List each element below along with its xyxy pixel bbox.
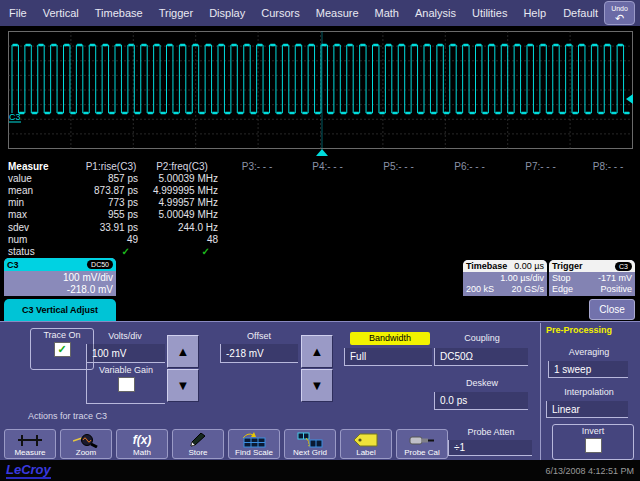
variable-gain-checkbox[interactable] — [118, 377, 135, 392]
measure-col-header-p1[interactable]: P1:rise(C3) — [80, 161, 142, 172]
channel-volts: 100 mV/div — [7, 272, 113, 284]
measure-mean-p2: 4.999995 MHz — [142, 185, 222, 196]
menu-item-vertical[interactable]: Vertical — [38, 7, 84, 19]
measure-sdev-p1: 33.91 ps — [80, 222, 142, 233]
measure-min-p2: 4.99957 MHz — [142, 197, 222, 208]
probe-cal-button[interactable]: Probe Cal — [396, 429, 448, 459]
channel-c3-descriptor[interactable]: C3 DC50 100 mV/div -218.0 mV — [4, 258, 116, 296]
undo-label: Undo — [611, 5, 628, 12]
probe-atten-label: Probe Atten — [448, 427, 534, 437]
bandwidth-field[interactable]: Full — [344, 348, 432, 366]
trigger-time-marker[interactable] — [316, 149, 328, 156]
timebase-delay: 0.00 µs — [514, 261, 544, 271]
trace-on-checkbox[interactable]: ✓ — [54, 342, 71, 357]
measure-mean-p1: 873.87 ps — [80, 185, 142, 196]
menu-item-utilities[interactable]: Utilities — [467, 7, 512, 19]
measure-row-label-max: max — [0, 209, 80, 220]
dialog-tab-row: C3 Vertical Adjust Close — [0, 296, 640, 321]
action-toolbar: MeasureZoomf(x)MathStoreFind ScaleNext G… — [4, 429, 448, 459]
toolbar-button-label: Math — [133, 448, 151, 457]
menu-item-measure[interactable]: Measure — [311, 7, 364, 19]
measure-row-label-sdev: sdev — [0, 222, 80, 233]
c3-vertical-adjust-dialog: Trace On ✓ Volts/div 100 mV Variable Gai… — [0, 321, 640, 460]
measure-value-p2: 5.00039 MHz — [142, 173, 222, 184]
timebase-samples: 200 kS — [466, 284, 494, 295]
store-button[interactable]: Store — [172, 429, 224, 459]
coupling-label: Coupling — [436, 333, 528, 343]
measure-max-p2: 5.00049 MHz — [142, 209, 222, 220]
volts-up-button[interactable]: ▲ — [167, 335, 199, 368]
volts-down-button[interactable]: ▼ — [167, 369, 199, 402]
deskew-label: Deskew — [436, 378, 528, 388]
measure-sdev-p2: 244.0 Hz — [142, 222, 222, 233]
undo-button[interactable]: Undo ↶ — [604, 1, 635, 25]
menu-item-cursors[interactable]: Cursors — [256, 7, 305, 19]
measure-col-header-p6[interactable]: P6:- - - — [434, 161, 505, 172]
measure-num-p2: 48 — [142, 234, 222, 245]
toolbar-button-label: Label — [356, 448, 376, 457]
find-scale-icon — [240, 432, 268, 448]
waveform-display: C3 — [0, 28, 640, 160]
measure-row-label-num: num — [0, 234, 80, 245]
measure-row-label-mean: mean — [0, 185, 80, 196]
offset-up-button[interactable]: ▲ — [301, 335, 333, 368]
measure-col-header-p3[interactable]: P3:- - - — [222, 161, 292, 172]
volts-div-field[interactable]: 100 mV — [87, 344, 165, 363]
next-grid-button[interactable]: Next Grid — [284, 429, 336, 459]
invert-checkbox[interactable] — [585, 438, 602, 453]
toolbar-button-label: Next Grid — [293, 448, 327, 457]
menu-item-help[interactable]: Help — [518, 7, 551, 19]
menu-item-math[interactable]: Math — [370, 7, 404, 19]
default-setup-button[interactable]: Default — [563, 7, 598, 19]
preprocessing-title: Pre-Processing — [546, 325, 612, 335]
probe-cal-icon — [409, 432, 435, 448]
measure-col-header-p5[interactable]: P5:- - - — [363, 161, 434, 172]
tab-c3-vertical-adjust[interactable]: C3 Vertical Adjust — [4, 299, 116, 321]
label-button[interactable]: Label — [340, 429, 392, 459]
probe-atten-field[interactable]: ÷1 — [448, 440, 532, 456]
measure-table-title: Measure — [0, 161, 80, 172]
zoom-button[interactable]: Zoom — [60, 429, 112, 459]
timebase-scale: 1.00 µs/div — [500, 273, 544, 284]
menu-item-display[interactable]: Display — [204, 7, 250, 19]
undo-icon: ↶ — [605, 13, 634, 23]
trigger-descriptor[interactable]: Trigger C3 Stop-171 mV EdgePositive — [549, 260, 635, 296]
measure-col-header-p4[interactable]: P4:- - - — [292, 161, 363, 172]
interpolation-label: Interpolation — [546, 387, 632, 397]
channel-name: C3 — [7, 260, 19, 270]
coupling-badge: DC50 — [87, 260, 113, 269]
deskew-field[interactable]: 0.0 ps — [434, 392, 528, 410]
offset-down-button[interactable]: ▼ — [301, 369, 333, 402]
measure-row-label-value: value — [0, 173, 80, 184]
measure-num-p1: 49 — [80, 234, 142, 245]
measure-max-p1: 955 ps — [80, 209, 142, 220]
measure-icon — [17, 432, 43, 448]
interpolation-field[interactable]: Linear — [546, 401, 628, 418]
offset-label: Offset — [220, 331, 298, 341]
menu-item-analysis[interactable]: Analysis — [410, 7, 461, 19]
coupling-field[interactable]: DC50Ω — [434, 348, 528, 366]
find-scale-button[interactable]: Find Scale — [228, 429, 280, 459]
menu-item-timebase[interactable]: Timebase — [90, 7, 148, 19]
trigger-level-marker[interactable] — [626, 94, 633, 104]
toolbar-button-label: Find Scale — [235, 448, 273, 457]
variable-gain-label: Variable Gain — [87, 365, 165, 375]
averaging-field[interactable]: 1 sweep — [548, 361, 628, 378]
measure-table: MeasureP1:rise(C3)P2:freq(C3)P3:- - -P4:… — [0, 160, 640, 258]
measure-button[interactable]: Measure — [4, 429, 56, 459]
trace-on-label: Trace On — [31, 330, 93, 340]
measure-col-header-p2[interactable]: P2:freq(C3) — [142, 161, 222, 172]
trigger-type: Edge — [552, 284, 573, 295]
measure-col-header-p8[interactable]: P8:- - - — [576, 161, 640, 172]
trigger-source-badge: C3 — [615, 262, 632, 271]
preprocessing-separator — [540, 323, 541, 460]
timebase-descriptor[interactable]: Timebase 0.00 µs 1.00 µs/div 200 kS20 GS… — [463, 260, 547, 296]
menu-item-trigger[interactable]: Trigger — [154, 7, 198, 19]
measure-col-header-p7[interactable]: P7:- - - — [505, 161, 576, 172]
invert-label: Invert — [553, 426, 633, 436]
math-button[interactable]: f(x)Math — [116, 429, 168, 459]
trigger-mode: Stop — [552, 273, 571, 284]
offset-field[interactable]: -218 mV — [220, 344, 298, 363]
menu-item-file[interactable]: File — [4, 7, 32, 19]
close-button[interactable]: Close — [589, 299, 635, 320]
